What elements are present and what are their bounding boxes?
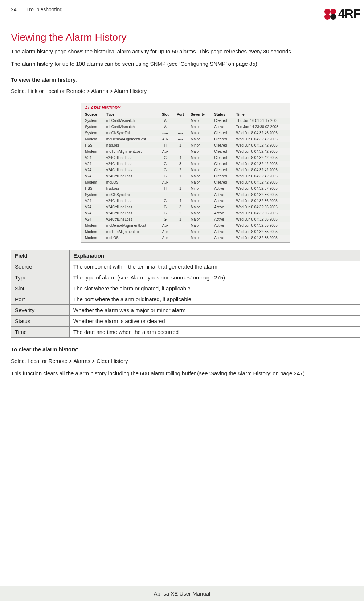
cell-slot: ----- <box>157 130 172 136</box>
cell-severity: Major <box>187 179 210 185</box>
brand-text: 4RF <box>338 7 360 21</box>
field-name: Slot <box>11 283 70 294</box>
cell-port: 3 <box>172 161 187 167</box>
field-explanation: The type of alarm (see ‘Alarm types and … <box>70 272 360 283</box>
cell-time: Thu Jun 16 01:31:17 2005 <box>232 118 290 124</box>
cell-port: ---- <box>172 235 187 241</box>
cell-severity: Major <box>187 229 210 235</box>
cell-slot: G <box>157 216 172 222</box>
cell-type: v24CtrlLineLoss <box>103 198 157 204</box>
cell-type: mdTdmAlignmentLost <box>103 148 157 155</box>
to-clear-heading: To clear the alarm history: <box>11 346 360 353</box>
table-row: SeverityWhether the alarm was a major or… <box>11 305 360 316</box>
cell-severity: Major <box>187 148 210 155</box>
table-row: V24v24CtrlLineLossG1MajorActiveWed Jun 8… <box>81 216 290 222</box>
cell-slot: A <box>157 118 172 124</box>
table-row: V24v24CtrlLineLossG3MajorActiveWed Jun 8… <box>81 204 290 210</box>
cell-port: 4 <box>172 155 187 161</box>
cell-status: Cleared <box>210 118 232 124</box>
cell-status: Active <box>210 216 232 222</box>
cell-source: V24 <box>81 167 103 173</box>
cell-source: Modem <box>81 136 103 142</box>
cell-status: Active <box>210 222 232 229</box>
cell-type: v24CtrlLineLoss <box>103 155 157 161</box>
alarm-history-panel: ALARM HISTORY Source Type Slot Port Seve… <box>81 103 290 243</box>
cell-severity: Major <box>187 210 210 216</box>
cell-status: Cleared <box>210 136 232 142</box>
table-row: V24v24CtrlLineLossG3MajorClearedWed Jun … <box>81 161 290 167</box>
cell-port: 1 <box>172 142 187 148</box>
cell-time: Tue Jun 14 23:38:02 2005 <box>232 124 290 130</box>
table-row: V24v24CtrlLineLossG2MajorActiveWed Jun 8… <box>81 210 290 216</box>
cell-status: Active <box>210 198 232 204</box>
cell-type: mdDemodAlignmentLost <box>103 222 157 229</box>
cell-slot: Aux <box>157 148 172 155</box>
cell-status: Cleared <box>210 130 232 136</box>
cell-time: Wed Jun 8 04:32:35 2005 <box>232 222 290 229</box>
cell-port: ---- <box>172 124 187 130</box>
col-port: Port <box>172 111 187 118</box>
cell-type: mdTdmAlignmentLost <box>103 229 157 235</box>
field-col-head: Field <box>11 250 70 261</box>
cell-source: Modem <box>81 222 103 229</box>
header-pipe: | <box>22 7 24 12</box>
cell-type: v24CtrlLineLoss <box>103 161 157 167</box>
table-row: V24v24CtrlLineLossG2MajorClearedWed Jun … <box>81 167 290 173</box>
cell-slot: G <box>157 204 172 210</box>
table-row: SourceThe component within the terminal … <box>11 261 360 272</box>
cell-slot: G <box>157 173 172 179</box>
cell-source: Modem <box>81 179 103 185</box>
cell-slot: Aux <box>157 136 172 142</box>
cell-time: Wed Jun 8 04:32:35 2005 <box>232 235 290 241</box>
cell-time: Wed Jun 8 04:32:42 2005 <box>232 142 290 148</box>
table-row: HSShssLossH1MinorActiveWed Jun 8 04:32:3… <box>81 185 290 192</box>
field-explanation: The component within the terminal that g… <box>70 261 360 272</box>
cell-time: Wed Jun 8 04:32:35 2005 <box>232 229 290 235</box>
cell-slot: Aux <box>157 235 172 241</box>
page-header-left: 246 | Troubleshooting <box>11 7 62 12</box>
cell-slot: H <box>157 185 172 192</box>
page-number: 246 <box>11 7 19 12</box>
cell-source: V24 <box>81 155 103 161</box>
cell-time: Wed Jun 8 04:32:42 2005 <box>232 179 290 185</box>
cell-status: Cleared <box>210 148 232 155</box>
field-name: Port <box>11 294 70 305</box>
cell-slot: A <box>157 124 172 130</box>
cell-type: v24CtrlLineLoss <box>103 216 157 222</box>
cell-source: System <box>81 192 103 198</box>
cell-slot: H <box>157 142 172 148</box>
cell-type: hssLoss <box>103 142 157 148</box>
cell-time: Wed Jun 8 04:32:36 2005 <box>232 204 290 210</box>
cell-slot: ----- <box>157 192 172 198</box>
cell-time: Wed Jun 8 04:32:36 2005 <box>232 198 290 204</box>
cell-port: 1 <box>172 185 187 192</box>
col-time: Time <box>232 111 290 118</box>
cell-type: v24CtrlLineLoss <box>103 210 157 216</box>
field-explanation: The slot where the alarm originated, if … <box>70 283 360 294</box>
page-footer: Aprisa XE User Manual <box>0 586 364 601</box>
footer-text: Aprisa XE User Manual <box>154 590 210 597</box>
cell-status: Cleared <box>210 179 232 185</box>
cell-port: 4 <box>172 198 187 204</box>
cell-source: System <box>81 118 103 124</box>
table-row: ModemmdTdmAlignmentLostAux----MajorClear… <box>81 148 290 155</box>
cell-severity: Major <box>187 155 210 161</box>
cell-type: mdClkSyncFail <box>103 192 157 198</box>
svg-point-1 <box>330 9 336 15</box>
to-clear-text: Select Local or Remote > Alarms > Clear … <box>11 357 360 365</box>
cell-severity: Major <box>187 118 210 124</box>
cell-source: Modem <box>81 148 103 155</box>
table-row: SystemmdClkSyncFail---------MajorActiveW… <box>81 192 290 198</box>
cell-source: V24 <box>81 198 103 204</box>
cell-source: System <box>81 130 103 136</box>
col-type: Type <box>103 111 157 118</box>
col-source: Source <box>81 111 103 118</box>
clover-icon <box>323 7 338 20</box>
cell-type: v24CtrlLineLoss <box>103 204 157 210</box>
cell-slot: G <box>157 210 172 216</box>
cell-source: V24 <box>81 216 103 222</box>
cell-severity: Major <box>187 167 210 173</box>
cell-status: Cleared <box>210 155 232 161</box>
col-slot: Slot <box>157 111 172 118</box>
cell-source: Modem <box>81 229 103 235</box>
